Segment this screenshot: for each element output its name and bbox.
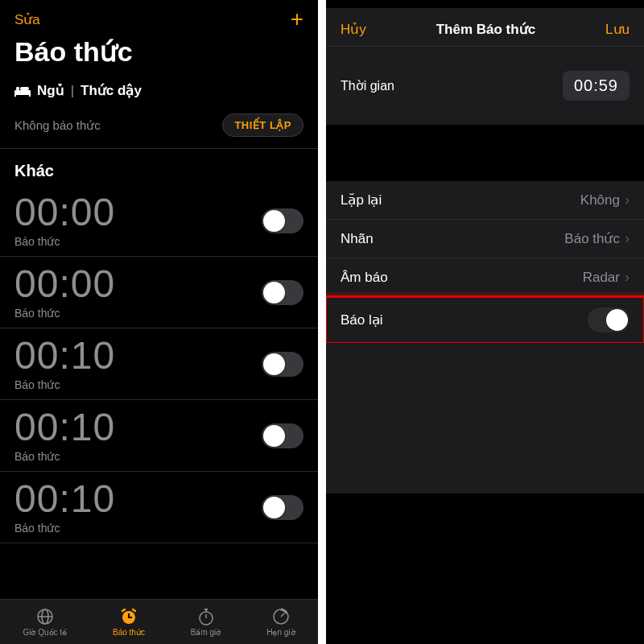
alarm-label: Báo thức [14, 378, 115, 391]
alarm-row[interactable]: 00:00 Báo thức [0, 257, 318, 328]
separator: | [71, 83, 74, 99]
alarm-row[interactable]: 00:10 Báo thức [0, 472, 318, 543]
tab-label: Giờ Quốc tế [23, 628, 67, 637]
tab-world-clock[interactable]: Giờ Quốc tế [23, 607, 67, 637]
alarm-toggle[interactable] [262, 423, 303, 448]
time-label: Thời gian [341, 78, 394, 93]
sound-label: Âm báo [341, 270, 388, 286]
alarm-list-screen: Sửa + Báo thức Ngủ | Thức dậy Không báo … [0, 0, 318, 644]
alarm-time: 00:00 [14, 193, 115, 232]
page-title: Báo thức [0, 35, 318, 76]
tab-label: Báo thức [113, 628, 145, 637]
alarm-toggle[interactable] [262, 280, 303, 305]
sleep-wake-header: Ngủ | Thức dậy [0, 76, 318, 105]
chevron-right-icon: › [625, 269, 630, 286]
sleep-label: Ngủ [37, 82, 64, 99]
alarm-label: Báo thức [14, 450, 115, 463]
alarm-row[interactable]: 00:00 Báo thức [0, 185, 318, 257]
edit-button[interactable]: Sửa [14, 11, 40, 28]
setup-button[interactable]: THIẾT LẬP [222, 114, 303, 137]
svg-line-18 [281, 613, 284, 617]
bed-icon [14, 85, 31, 97]
alarm-label: Báo thức [14, 307, 115, 320]
svg-rect-2 [29, 93, 31, 97]
globe-icon [35, 607, 55, 626]
save-button[interactable]: Lưu [605, 21, 630, 38]
alarm-time: 00:10 [14, 480, 115, 518]
snooze-row[interactable]: Báo lại [326, 297, 644, 343]
alarm-label: Báo thức [14, 522, 115, 535]
name-label: Nhãn [341, 231, 374, 247]
svg-line-12 [133, 609, 135, 611]
alarm-toggle[interactable] [262, 208, 303, 233]
no-alarm-label: Không báo thức [14, 118, 101, 133]
alarm-label: Báo thức [14, 235, 115, 248]
alarm-time: 00:00 [14, 265, 115, 303]
tab-label: Bấm giờ [191, 628, 221, 637]
alarm-row[interactable]: 00:10 Báo thức [0, 328, 318, 400]
svg-rect-4 [20, 87, 29, 90]
svg-rect-0 [14, 90, 31, 95]
tab-stopwatch[interactable]: Bấm giờ [191, 607, 221, 637]
sound-row[interactable]: Âm báo Radar › [326, 258, 644, 297]
cancel-button[interactable]: Hủy [341, 21, 366, 38]
svg-rect-1 [14, 93, 16, 97]
section-other-label: Khác [0, 149, 318, 185]
sound-value: Radar [583, 270, 620, 286]
timer-icon [271, 607, 291, 626]
tab-label: Hẹn giờ [266, 628, 295, 637]
svg-rect-14 [204, 609, 208, 610]
snooze-label: Báo lại [341, 312, 383, 328]
svg-point-3 [16, 86, 19, 89]
name-value: Báo thức [564, 230, 620, 247]
label-row[interactable]: Nhãn Báo thức › [326, 220, 644, 258]
nav-bar: Sửa + [0, 0, 318, 35]
svg-line-11 [122, 609, 125, 611]
svg-rect-10 [128, 617, 132, 618]
tab-bar: Giờ Quốc tế Báo thức Bấm giờ Hẹn giờ [0, 599, 318, 644]
chevron-right-icon: › [625, 192, 630, 208]
time-row[interactable]: Thời gian 00:59 [326, 46, 644, 125]
snooze-toggle[interactable] [588, 308, 630, 332]
alarm-time: 00:10 [14, 408, 115, 447]
time-value[interactable]: 00:59 [563, 71, 630, 101]
alarm-toggle[interactable] [262, 352, 303, 377]
repeat-value: Không [580, 192, 620, 208]
alarm-clock-icon [119, 607, 138, 626]
chevron-right-icon: › [625, 230, 630, 247]
tab-timer[interactable]: Hẹn giờ [266, 607, 295, 637]
repeat-label: Lặp lại [341, 192, 382, 208]
add-alarm-button[interactable]: + [291, 8, 303, 31]
options-group: Lặp lại Không › Nhãn Báo thức › Âm báo R… [326, 181, 644, 343]
modal-title: Thêm Báo thức [436, 21, 535, 38]
repeat-row[interactable]: Lặp lại Không › [326, 181, 644, 220]
alarm-time: 00:10 [14, 336, 115, 375]
wake-label: Thức dậy [80, 82, 142, 99]
no-alarm-row: Không báo thức THIẾT LẬP [0, 105, 318, 149]
alarm-row[interactable]: 00:10 Báo thức [0, 400, 318, 472]
modal-nav: Hủy Thêm Báo thức Lưu [326, 8, 644, 46]
alarm-toggle[interactable] [262, 495, 303, 520]
stopwatch-icon [196, 607, 216, 626]
add-alarm-screen: Hủy Thêm Báo thức Lưu Thời gian 00:59 Lặ… [326, 0, 644, 644]
tab-alarm[interactable]: Báo thức [113, 607, 145, 637]
